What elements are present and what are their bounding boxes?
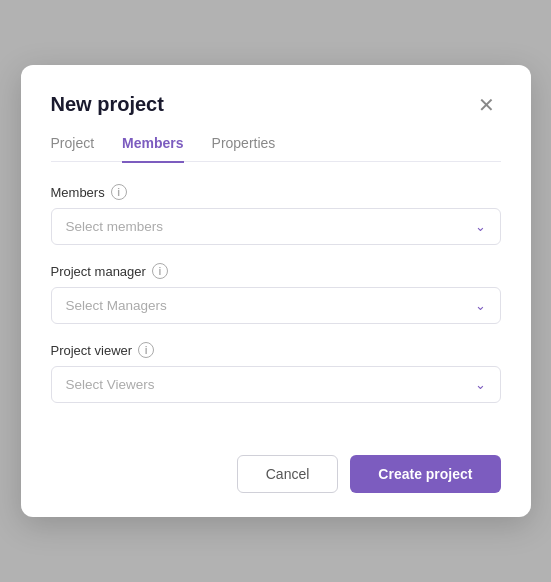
project-viewer-chevron-icon: ⌄ [475,377,486,392]
tab-properties[interactable]: Properties [212,135,276,163]
members-info-icon[interactable]: i [111,184,127,200]
members-label: Members i [51,184,501,200]
close-button[interactable]: ✕ [472,93,501,117]
new-project-modal: New project ✕ Project Members Properties… [21,65,531,518]
project-viewer-info-icon[interactable]: i [138,342,154,358]
project-manager-label: Project manager i [51,263,501,279]
project-manager-chevron-icon: ⌄ [475,298,486,313]
project-viewer-field-group: Project viewer i Select Viewers ⌄ [51,342,501,403]
members-placeholder: Select members [66,219,164,234]
cancel-button[interactable]: Cancel [237,455,339,493]
project-manager-placeholder: Select Managers [66,298,167,313]
project-viewer-placeholder: Select Viewers [66,377,155,392]
tab-project[interactable]: Project [51,135,95,163]
tabs-container: Project Members Properties [51,135,501,163]
modal-header: New project ✕ [51,93,501,117]
modal-footer: Cancel Create project [51,439,501,493]
project-viewer-dropdown[interactable]: Select Viewers ⌄ [51,366,501,403]
create-project-button[interactable]: Create project [350,455,500,493]
project-manager-dropdown[interactable]: Select Managers ⌄ [51,287,501,324]
project-manager-info-icon[interactable]: i [152,263,168,279]
project-manager-field-group: Project manager i Select Managers ⌄ [51,263,501,324]
members-chevron-icon: ⌄ [475,219,486,234]
project-viewer-label: Project viewer i [51,342,501,358]
members-dropdown[interactable]: Select members ⌄ [51,208,501,245]
tab-members[interactable]: Members [122,135,183,163]
modal-title: New project [51,93,164,116]
members-field-group: Members i Select members ⌄ [51,184,501,245]
